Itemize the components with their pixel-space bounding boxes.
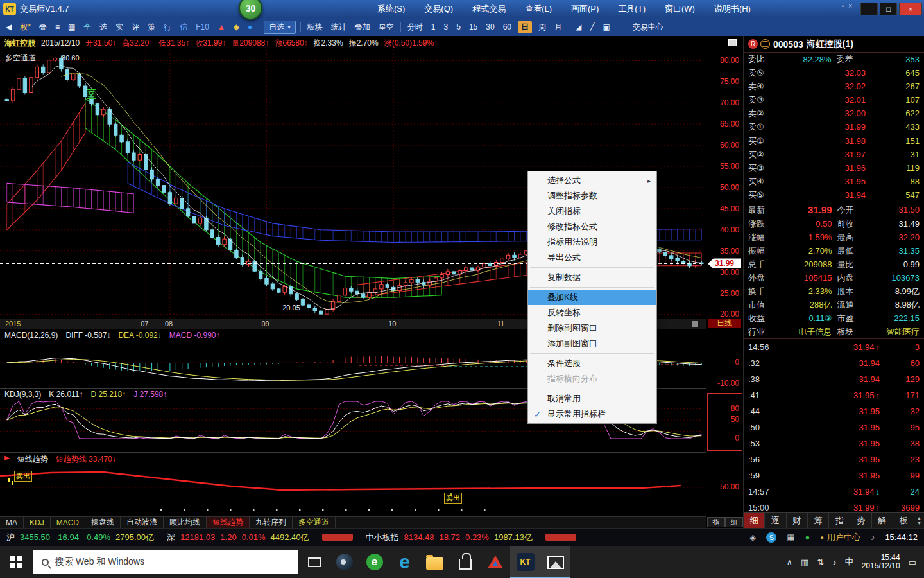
menu-item-取消常用[interactable]: 取消常用 [528, 391, 656, 407]
quote-tab-板[interactable]: 板 [893, 513, 914, 528]
menu-item-导出公式[interactable]: 导出公式 [528, 250, 656, 265]
indicator-tab-短线趋势[interactable]: 短线趋势 [207, 517, 250, 528]
period-60[interactable]: 60 [501, 22, 513, 32]
menu-item-显示常用指标栏[interactable]: 显示常用指标栏✓ [528, 407, 656, 422]
strategy-button[interactable]: 策 [146, 21, 157, 33]
menu-说明书(H)[interactable]: 说明书(H) [714, 3, 751, 15]
menu-item-指标用法说明[interactable]: 指标用法说明 [528, 234, 656, 250]
volume-icon[interactable]: ♪ [832, 557, 837, 567]
taskbar-search[interactable]: 搜索 Web 和 Windows [33, 550, 298, 574]
rights-adjust-button[interactable]: 权* [18, 21, 33, 33]
menu-窗口(W)[interactable]: 窗口(W) [665, 3, 695, 15]
mdi-close-icon[interactable]: × [848, 3, 852, 10]
indicator-tab-九转序列[interactable]: 九转序列 [250, 517, 293, 528]
tick-list[interactable]: 14:5631.94↑3:3231.9460:3831.94129:4131.9… [744, 339, 924, 516]
watchlist-dropdown[interactable]: 自选▾ [264, 21, 296, 34]
ask-row[interactable]: 卖①31.99433 [744, 120, 924, 134]
taskbar-app-steam[interactable] [329, 546, 359, 578]
mdi-restore-icon[interactable]: ▫ [842, 3, 844, 10]
bid-row[interactable]: 买②31.9731 [744, 148, 924, 161]
quote-tab-指[interactable]: 指 [829, 513, 850, 528]
network-icon[interactable]: ⇅ [817, 557, 824, 567]
trend-pane[interactable]: ▶ 短线趋势 短趋势线 33.470↓ 卖出 卖出 [0, 452, 706, 516]
scroll-up-icon[interactable]: ▲ [917, 516, 921, 520]
menu-item-删除副图窗口[interactable]: 删除副图窗口 [528, 320, 656, 336]
display-icon[interactable]: ▥ [801, 557, 809, 567]
period-周[interactable]: 周 [536, 21, 548, 33]
news-button[interactable]: 信 [178, 21, 189, 33]
ask-row[interactable]: 卖②32.00622 [744, 107, 924, 120]
taskbar-app-browser-green[interactable] [359, 546, 389, 578]
apps-grid-icon[interactable]: ▦ [787, 532, 794, 542]
indicator-tab-KDJ[interactable]: KDJ [24, 517, 51, 528]
pip-icon[interactable]: ▣ [601, 22, 612, 32]
chevron-up-icon[interactable]: ∧ [786, 557, 792, 567]
taskbar-app-trading-kt[interactable] [510, 546, 540, 578]
menu-item-修改指标公式[interactable]: 修改指标公式 [528, 219, 656, 234]
indicator-tab-自动波浪[interactable]: 自动波浪 [121, 517, 164, 528]
bid-row[interactable]: 买①31.98151 [744, 134, 924, 148]
index-中小板指[interactable]: 中小板指8134.4818.720.23%1987.13亿 [366, 532, 533, 543]
menu-画面(P)[interactable]: 画面(P) [571, 3, 599, 15]
tab-星空[interactable]: 星空 [377, 21, 396, 33]
menu-工具(T)[interactable]: 工具(T) [618, 3, 646, 15]
scrollbar-thumb[interactable] [692, 321, 698, 327]
taskbar-app-store[interactable] [450, 546, 480, 578]
menu-item-关闭指标[interactable]: 关闭指标 [528, 204, 656, 219]
menu-程式交易[interactable]: 程式交易 [472, 3, 506, 15]
menu-系统(S)[interactable]: 系统(S) [377, 3, 405, 15]
menu-item-反转坐标[interactable]: 反转坐标 [528, 305, 656, 320]
lock-button[interactable]: ◆ [232, 22, 241, 32]
period-月[interactable]: 月 [552, 21, 564, 33]
menu-item-条件选股[interactable]: 条件选股 [528, 356, 656, 371]
start-button[interactable] [0, 546, 32, 578]
quote-tab-细[interactable]: 细 [744, 513, 765, 528]
bid-row[interactable]: 买④31.9588 [744, 175, 924, 188]
overlay-button[interactable]: 叠 [37, 21, 49, 33]
quotes-button[interactable]: 行 [162, 21, 173, 33]
task-view-button[interactable] [299, 546, 329, 578]
period-15[interactable]: 15 [467, 22, 479, 32]
user-center-button[interactable]: ● 用户中心 [820, 532, 860, 543]
f10-button[interactable]: F10 [194, 22, 211, 32]
back-button[interactable]: ◀ [4, 22, 13, 32]
menu-item-叠加K线[interactable]: 叠加K线 [528, 290, 656, 305]
s-app-icon[interactable]: S [766, 532, 776, 543]
grid-button[interactable]: ▦ [66, 22, 77, 32]
trendline-icon[interactable]: ╱ [588, 22, 596, 32]
scroll-arrows[interactable]: ▲▼ [914, 513, 924, 528]
period-分时[interactable]: 分时 [406, 21, 425, 33]
ball-button[interactable]: ● [246, 22, 254, 32]
indicator-tab-顾比均线[interactable]: 顾比均线 [164, 517, 207, 528]
tab-统计[interactable]: 统计 [329, 21, 348, 33]
all-market-button[interactable]: 全 [81, 21, 93, 33]
tab-板块[interactable]: 板块 [305, 21, 325, 33]
quote-tab-财[interactable]: 财 [787, 513, 808, 528]
taskbar-app-stock-red[interactable] [480, 546, 510, 578]
ask-row[interactable]: 卖④32.02267 [744, 80, 924, 93]
device-icon[interactable]: ◈ [749, 532, 756, 542]
scroll-down-icon[interactable]: ▼ [917, 521, 921, 525]
quote-tab-逐[interactable]: 逐 [765, 513, 786, 528]
notification-icon[interactable]: ▭ [909, 557, 916, 567]
flag-button[interactable]: ▲ [216, 22, 227, 32]
ime-indicator[interactable]: 中 [845, 556, 853, 568]
period-3[interactable]: 3 [442, 22, 450, 32]
quote-tab-筹[interactable]: 筹 [808, 513, 829, 528]
taskbar-app-edge[interactable] [389, 546, 420, 578]
trade-center-button[interactable]: 交易中心 [631, 21, 665, 33]
list-button[interactable]: ≡ [53, 22, 62, 32]
green-status-icon[interactable]: ● [805, 532, 810, 542]
menu-item-添加副图窗口[interactable]: 添加副图窗口 [528, 336, 656, 351]
pencil-icon[interactable]: ◢ [574, 22, 583, 32]
speaker-icon[interactable]: ♪ [871, 532, 875, 542]
ask-row[interactable]: 卖⑤32.03645 [744, 66, 924, 80]
menu-item-选择公式[interactable]: 选择公式▸ [528, 173, 656, 188]
taskbar-app-file-explorer[interactable] [420, 546, 450, 578]
bid-row[interactable]: 买⑤31.94547 [744, 188, 924, 202]
minimize-button[interactable]: — [860, 3, 878, 15]
menu-查看(L)[interactable]: 查看(L) [525, 3, 552, 15]
taskbar-clock[interactable]: 15:44 2015/12/10 [862, 554, 900, 570]
realtime-button[interactable]: 实 [114, 21, 125, 33]
period-5[interactable]: 5 [454, 22, 463, 32]
